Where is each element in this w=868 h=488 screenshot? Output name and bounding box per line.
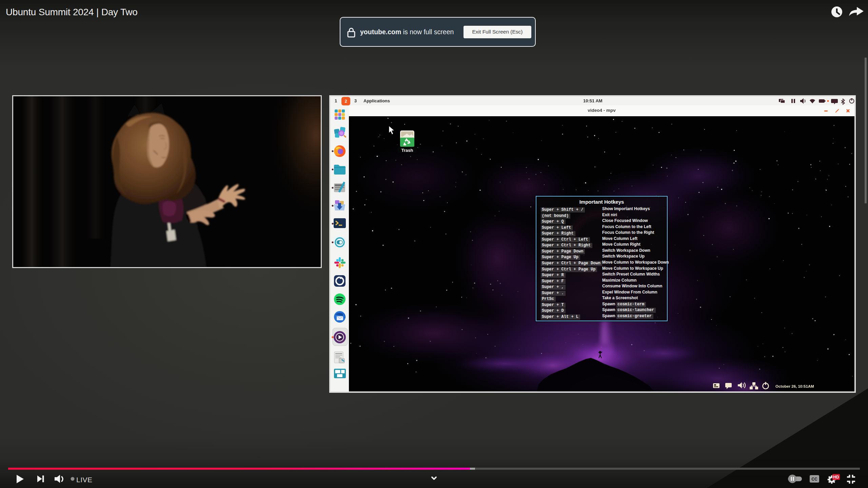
svg-text:CC: CC xyxy=(811,477,817,482)
svg-text:Trash: Trash xyxy=(401,148,413,153)
svg-text:HD: HD xyxy=(833,475,839,480)
svg-text:October 26, 10:51AM: October 26, 10:51AM xyxy=(775,384,814,388)
